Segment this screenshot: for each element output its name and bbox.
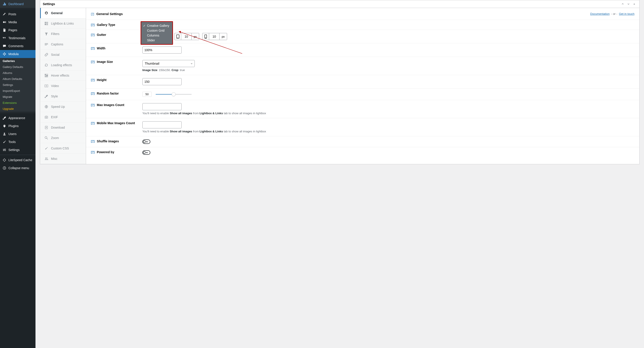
dropdown-option-creative-gallery[interactable]: Creative Gallery — [141, 23, 172, 28]
gutter-tablet-input[interactable] — [181, 33, 192, 40]
menu-testimonials[interactable]: Testimonials — [0, 34, 36, 42]
tab-label: Style — [51, 95, 58, 98]
image-size-label: Image Size — [97, 60, 113, 64]
help-icon[interactable]: [?] — [91, 46, 95, 50]
gutter-mobile-input[interactable] — [209, 33, 219, 40]
submenu-gallery-defaults[interactable]: Gallery Defaults — [0, 64, 36, 70]
svg-rect-11 — [45, 45, 47, 45]
gutter-label: Gutter — [97, 33, 106, 36]
menu-posts[interactable]: Posts — [0, 10, 36, 18]
tab-misc[interactable]: Misc — [40, 154, 86, 164]
toggle-panel-icon[interactable] — [632, 2, 637, 6]
submenu-album-defaults[interactable]: Album Defaults — [0, 76, 36, 82]
width-label: Width — [97, 46, 106, 50]
brush-icon — [2, 116, 7, 120]
tab-label: Captions — [51, 42, 63, 46]
height-input[interactable] — [142, 78, 182, 85]
help-icon[interactable]: [?] — [91, 78, 95, 81]
menu-plugins[interactable]: Plugins — [0, 122, 36, 130]
help-icon[interactable]: [?] — [91, 23, 95, 26]
dropdown-option-custom-grid[interactable]: Custom Grid — [141, 28, 172, 33]
move-down-icon[interactable] — [626, 2, 631, 6]
tab-hover-effects[interactable]: Hover effects — [40, 70, 86, 81]
move-up-icon[interactable] — [620, 2, 625, 6]
image-size-select[interactable]: Thumbnail — [142, 60, 195, 67]
tab-speed-up[interactable]: Speed Up — [40, 102, 86, 112]
submenu-upgrade[interactable]: Upgrade — [0, 106, 36, 112]
tab-loading-effects[interactable]: Loading effects — [40, 60, 86, 70]
menu-collapse[interactable]: Collapse menu — [0, 164, 36, 172]
media-icon — [2, 20, 7, 24]
menu-modula[interactable]: Modula — [0, 50, 36, 58]
tab-captions[interactable]: Captions — [40, 39, 86, 50]
tab-label: Hover effects — [51, 74, 69, 77]
menu-users[interactable]: Users — [0, 130, 36, 138]
wrench-icon — [2, 140, 7, 144]
tab-custom-css[interactable]: Custom CSS — [40, 143, 86, 154]
help-icon[interactable]: [?] — [91, 92, 95, 95]
help-icon[interactable]: [?] — [91, 121, 95, 125]
submenu-import-export[interactable]: Import/Export — [0, 88, 36, 94]
tab-filters[interactable]: Filters — [40, 29, 86, 39]
people-icon — [44, 157, 48, 161]
tab-style[interactable]: Style — [40, 91, 86, 102]
svg-point-28 — [178, 38, 178, 38]
svg-point-20 — [46, 117, 47, 118]
tab-social[interactable]: Social — [40, 50, 86, 60]
menu-appearance[interactable]: Appearance — [0, 114, 36, 122]
help-icon[interactable]: [?] — [91, 60, 95, 63]
random-factor-slider[interactable] — [156, 94, 192, 95]
svg-point-23 — [45, 158, 46, 159]
help-icon[interactable]: [?] — [91, 33, 95, 36]
tab-general[interactable]: General — [40, 8, 86, 18]
max-images-input[interactable] — [142, 103, 182, 110]
slider-thumb[interactable] — [172, 92, 176, 96]
svg-rect-12 — [45, 74, 46, 75]
menu-posts-label: Posts — [8, 12, 16, 16]
menu-settings[interactable]: Settings — [0, 146, 36, 154]
menu-media-label: Media — [8, 20, 17, 24]
main-content: Settings GeneralLightbox & LinksFiltersC… — [36, 0, 644, 348]
dropdown-option-columns[interactable]: Columns — [141, 33, 172, 38]
gallery-type-dropdown[interactable]: Creative GalleryCustom GridColumnsSlider — [140, 21, 173, 45]
submenu-extensions[interactable]: Extensions — [0, 100, 36, 106]
submenu-settings[interactable]: Settings — [0, 82, 36, 88]
tab-download[interactable]: Download — [40, 122, 86, 133]
tab-exif[interactable]: EXIF — [40, 112, 86, 122]
help-icon[interactable]: [?] — [91, 103, 95, 107]
svg-rect-13 — [46, 74, 47, 75]
submenu-migrate[interactable]: Migrate — [0, 94, 36, 100]
field-shuffle: [?] Shuffle images — [86, 136, 639, 147]
menu-litespeed[interactable]: LiteSpeed Cache — [0, 156, 36, 164]
menu-comments[interactable]: Comments — [0, 42, 36, 50]
download-icon — [44, 126, 48, 130]
separator — [0, 112, 36, 113]
help-icon[interactable]: [?] — [91, 150, 95, 154]
user-icon — [2, 132, 7, 136]
image-size-desc: Image Size: 150x150. Crop: true — [142, 68, 634, 72]
dropdown-option-slider[interactable]: Slider — [141, 38, 172, 43]
menu-tools[interactable]: Tools — [0, 138, 36, 146]
tab-video[interactable]: Video — [40, 81, 86, 91]
settings-body: GeneralLightbox & LinksFiltersCaptionsSo… — [40, 8, 639, 164]
field-width: [?] Width — [86, 43, 639, 57]
tab-lightbox-links[interactable]: Lightbox & Links — [40, 18, 86, 29]
tab-zoom[interactable]: Zoom — [40, 133, 86, 143]
reload-icon — [44, 63, 48, 67]
powered-toggle[interactable] — [142, 150, 150, 155]
mobile-max-input[interactable] — [142, 121, 182, 128]
svg-point-24 — [46, 158, 48, 159]
get-in-touch-link[interactable]: Get in touch — [619, 12, 634, 15]
help-icon[interactable]: [?] — [91, 12, 94, 15]
submenu-galleries[interactable]: Galleries — [0, 58, 36, 64]
menu-pages[interactable]: Pages — [0, 26, 36, 34]
documentation-link[interactable]: Documentation — [590, 12, 610, 15]
help-icon[interactable]: [?] — [91, 140, 95, 143]
play-icon — [44, 84, 48, 88]
submenu-albums[interactable]: Albums — [0, 70, 36, 76]
powered-label: Powered by — [97, 150, 114, 154]
menu-media[interactable]: Media — [0, 18, 36, 26]
shuffle-toggle[interactable] — [142, 140, 150, 144]
menu-dashboard[interactable]: Dashboard — [0, 0, 36, 8]
width-input[interactable] — [142, 46, 182, 54]
